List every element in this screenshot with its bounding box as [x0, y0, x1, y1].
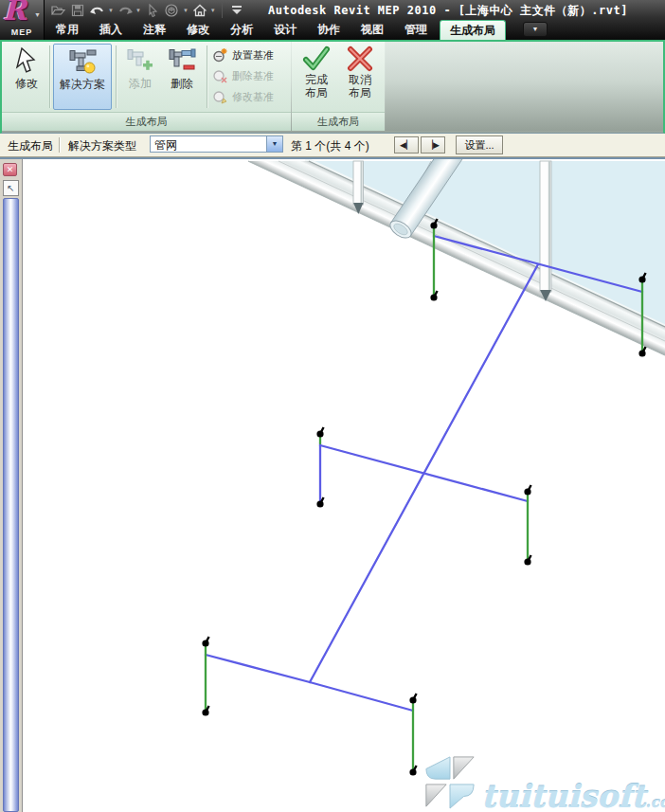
app-badge: MEP: [0, 27, 44, 37]
node-tail: [207, 637, 208, 641]
tab-modify[interactable]: 修改: [176, 20, 220, 40]
ribbon: 修改 解决方案: [0, 40, 665, 134]
tab-view[interactable]: 视图: [350, 20, 394, 40]
ribbon-state-toggle-icon[interactable]: ▼: [523, 22, 548, 37]
ribbon-panel-generate-layout-2: 完成布局 取消布局 生成布局: [292, 42, 385, 131]
left-scroll-strip: ✕ ↖: [0, 159, 23, 812]
solution-type-value: 管网: [154, 137, 177, 153]
title-bar: ▼ ▼ ▼ ▼ A: [0, 0, 665, 20]
redo-icon[interactable]: [117, 2, 134, 19]
node-tail: [414, 766, 416, 770]
finish-layout-label: 完成布局: [297, 73, 336, 99]
pipe-segment[interactable]: [206, 655, 310, 682]
window-title: Autodesk Revit MEP 2010 - [上海中心 主文件（新）.r…: [268, 3, 628, 19]
node-tail: [529, 485, 530, 490]
drawing-canvas[interactable]: [0, 159, 665, 812]
solution-type-label: 解决方案类型: [68, 138, 136, 154]
pan-arrow-icon[interactable]: ↖: [3, 180, 19, 196]
node-tail: [414, 694, 416, 698]
open-file-icon[interactable]: [49, 2, 66, 19]
mode-label: 生成布局: [8, 138, 53, 154]
finish-layout-button[interactable]: 完成布局: [297, 44, 336, 110]
ribbon-separator: [207, 45, 208, 108]
tab-design[interactable]: 设计: [263, 20, 307, 40]
solutions-button[interactable]: 解决方案: [53, 44, 112, 110]
remove-label: 删除: [161, 77, 203, 90]
tab-manage[interactable]: 管理: [394, 20, 438, 40]
tab-home[interactable]: 常用: [45, 20, 89, 40]
modify-label: 修改: [6, 77, 47, 90]
modify-base-button: 修改基准: [212, 86, 290, 107]
home-icon[interactable]: [191, 2, 208, 19]
revit-window: R ▼ MEP ▼ ▼: [0, 0, 665, 812]
tab-annotate[interactable]: 注释: [133, 20, 176, 40]
add-label: 添加: [119, 77, 161, 90]
ribbon-tab-bar: 常用 插入 注释 修改 分析 设计 协作 视图 管理 生成布局 ▼: [45, 20, 548, 40]
place-base-label: 放置基准: [232, 48, 274, 63]
tab-analyze[interactable]: 分析: [220, 20, 263, 40]
place-base-button[interactable]: 放置基准: [212, 45, 290, 65]
base-tools-column: 放置基准 删除基准 修改基准: [212, 45, 290, 107]
tuituisoft-logo-icon: [422, 754, 477, 811]
watermark-brand: tuituisoft: [481, 783, 646, 811]
dropdown-arrow-icon[interactable]: ▼: [266, 136, 282, 152]
remove-button[interactable]: 删除: [161, 44, 203, 110]
solution-type-dropdown[interactable]: 管网 ▼: [150, 135, 283, 153]
solutions-label: 解决方案: [54, 78, 111, 91]
node-tail: [643, 347, 645, 352]
options-bar: 生成布局 解决方案类型 管网 ▼ 第 1 个(共 4 个) ◀▏ ▕▶ 设置..…: [0, 134, 665, 157]
pipe-segment[interactable]: [310, 682, 413, 711]
cancel-layout-label: 取消布局: [340, 73, 380, 99]
panel2-title[interactable]: 生成布局: [292, 112, 385, 131]
revit-logo: R: [3, 0, 27, 27]
remove-base-button: 删除基准: [212, 65, 290, 86]
save-icon[interactable]: [69, 2, 86, 19]
ribbon-empty-area: [386, 42, 663, 131]
remove-base-label: 删除基准: [232, 69, 274, 83]
node-tail: [435, 291, 437, 296]
tab-insert[interactable]: 插入: [89, 20, 133, 40]
qat-separator: [222, 3, 223, 18]
undo-icon[interactable]: [89, 2, 106, 19]
scrollbar-thumb[interactable]: [3, 198, 19, 812]
options-separator: [59, 137, 61, 153]
ribbon-separator: [116, 45, 117, 108]
solution-position-text: 第 1 个(共 4 个): [291, 138, 369, 154]
node-tail: [321, 427, 323, 432]
app-menu-caret-icon: ▼: [34, 11, 41, 18]
add-button: 添加: [119, 44, 161, 110]
next-solution-button[interactable]: ▕▶: [421, 136, 445, 153]
customize-qat-icon[interactable]: [228, 2, 245, 19]
tuituisoft-watermark: tuituisoft .com: [422, 754, 665, 811]
panel1-title[interactable]: 生成布局: [2, 112, 291, 131]
ribbon-panel-generate-layout-1: 修改 解决方案: [2, 42, 291, 131]
node-tail: [207, 706, 208, 711]
tab-generate-layout-active[interactable]: 生成布局: [440, 20, 506, 40]
quick-access-toolbar: ▼ ▼ ▼ ▼: [49, 1, 245, 20]
tab-collaborate[interactable]: 协作: [307, 20, 350, 40]
node-tail: [529, 555, 530, 560]
ribbon-separator: [49, 45, 51, 108]
window-header: R ▼ MEP ▼ ▼: [0, 0, 665, 40]
watermark-tld: .com: [646, 794, 665, 811]
cancel-layout-button[interactable]: 取消布局: [340, 44, 380, 110]
mullion-2[interactable]: [540, 161, 551, 301]
home-caret-icon[interactable]: ▼: [210, 8, 216, 13]
previous-solution-button[interactable]: ◀▏: [394, 136, 419, 153]
undo-caret-icon[interactable]: ▼: [108, 8, 114, 13]
view-cube-caret-icon[interactable]: ▼: [183, 8, 189, 13]
pipe-segment[interactable]: [320, 445, 528, 501]
view-cube-icon[interactable]: [164, 2, 181, 19]
modify-button[interactable]: 修改: [6, 44, 47, 110]
close-icon[interactable]: ✕: [3, 163, 17, 176]
application-menu-button[interactable]: R ▼ MEP: [0, 0, 45, 40]
redo-caret-icon[interactable]: ▼: [135, 8, 141, 13]
modify-base-label: 修改基准: [232, 90, 274, 104]
curtain-wall[interactable]: [248, 159, 665, 355]
drawing-workspace: ✕ ↖ tuituisoft .com: [0, 157, 665, 812]
pointer-icon[interactable]: [144, 2, 161, 19]
settings-button[interactable]: 设置...: [456, 135, 503, 154]
node-tail: [321, 497, 323, 502]
